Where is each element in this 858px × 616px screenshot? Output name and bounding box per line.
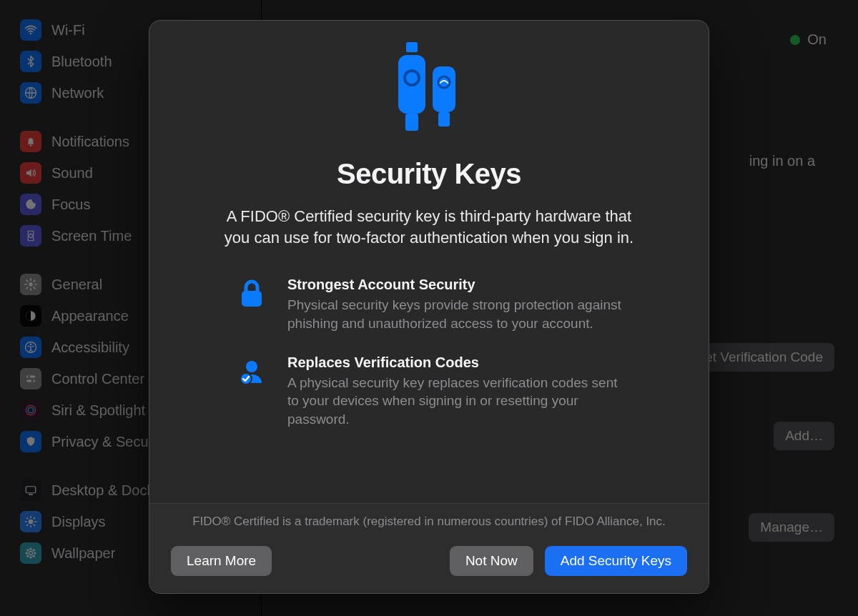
add-security-keys-button[interactable]: Add Security Keys xyxy=(545,546,687,576)
person-check-icon xyxy=(236,357,267,386)
feature-title: Replaces Verification Codes xyxy=(287,354,622,371)
dialog-description: A FIDO® Certified security key is third-… xyxy=(218,206,640,248)
svg-rect-32 xyxy=(242,291,262,307)
fine-print: FIDO® Certified is a trademark (register… xyxy=(171,514,687,530)
feature-title: Strongest Account Security xyxy=(287,277,622,293)
learn-more-button[interactable]: Learn More xyxy=(171,546,272,576)
lock-icon xyxy=(236,279,267,308)
feature-body: Physical security keys provide strong pr… xyxy=(287,296,622,332)
svg-rect-25 xyxy=(406,42,418,52)
svg-rect-31 xyxy=(438,112,450,126)
dialog-footer: FIDO® Certified is a trademark (register… xyxy=(149,503,709,593)
feature-body: A physical security key replaces verific… xyxy=(287,374,622,429)
svg-rect-28 xyxy=(405,114,418,131)
svg-rect-29 xyxy=(433,66,455,112)
security-keys-icon xyxy=(390,42,468,138)
feature-replaces-codes: Replaces Verification Codes A physical s… xyxy=(236,354,622,429)
security-keys-dialog: Security Keys A FIDO® Certified security… xyxy=(149,20,709,594)
svg-point-33 xyxy=(246,361,257,372)
not-now-button[interactable]: Not Now xyxy=(450,546,533,576)
dialog-title: Security Keys xyxy=(337,158,521,190)
feature-strongest-security: Strongest Account Security Physical secu… xyxy=(236,277,622,332)
